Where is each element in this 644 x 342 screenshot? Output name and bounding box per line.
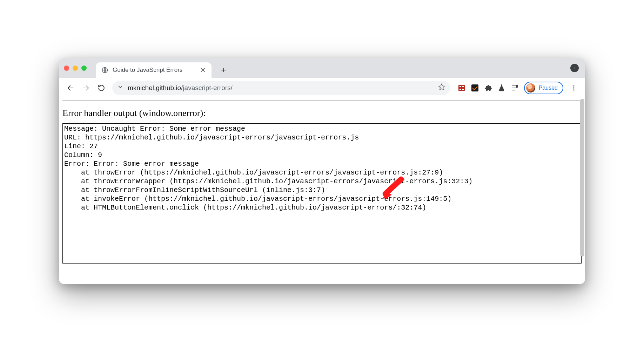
bookmark-button[interactable] bbox=[438, 83, 445, 93]
tab-title: Guide to JavaScript Errors bbox=[113, 67, 182, 74]
close-window-button[interactable] bbox=[64, 66, 69, 71]
extension-2-icon[interactable] bbox=[471, 84, 479, 92]
site-info-button[interactable] bbox=[117, 84, 123, 92]
active-tab[interactable]: Guide to JavaScript Errors ✕ bbox=[96, 62, 212, 78]
svg-rect-1 bbox=[458, 85, 465, 91]
svg-point-9 bbox=[573, 89, 574, 90]
back-button[interactable] bbox=[64, 81, 77, 95]
svg-rect-4 bbox=[459, 89, 461, 90]
tab-strip: Guide to JavaScript Errors ✕ + bbox=[59, 58, 585, 78]
toolbar: mknichel.github.io/javascript-errors/ bbox=[59, 78, 585, 98]
forward-button[interactable] bbox=[79, 81, 93, 95]
svg-rect-2 bbox=[459, 86, 461, 87]
divider bbox=[62, 100, 582, 101]
menu-button[interactable] bbox=[568, 82, 580, 94]
omnibox[interactable]: mknichel.github.io/javascript-errors/ bbox=[112, 81, 450, 95]
svg-rect-3 bbox=[462, 86, 464, 87]
scrollbar-thumb[interactable] bbox=[580, 99, 584, 256]
reload-button[interactable] bbox=[95, 81, 108, 95]
new-tab-button[interactable]: + bbox=[217, 64, 230, 76]
close-tab-button[interactable]: ✕ bbox=[200, 66, 206, 74]
extensions-puzzle-icon[interactable] bbox=[484, 84, 492, 92]
extension-icons bbox=[455, 84, 522, 92]
svg-point-7 bbox=[573, 85, 574, 86]
globe-icon bbox=[101, 67, 108, 74]
page-heading: Error handler output (window.onerror): bbox=[62, 108, 582, 118]
url-path: /javascript-errors/ bbox=[181, 84, 233, 91]
labs-flask-icon[interactable] bbox=[497, 84, 506, 92]
browser-window: Guide to JavaScript Errors ✕ + mknichel.… bbox=[59, 58, 585, 284]
url-host: mknichel.github.io bbox=[128, 84, 181, 91]
svg-point-8 bbox=[573, 87, 574, 88]
extension-1-icon[interactable] bbox=[457, 84, 466, 92]
vertical-scrollbar[interactable] bbox=[580, 99, 584, 283]
profile-label: Paused bbox=[539, 85, 558, 91]
profile-chip[interactable]: Paused bbox=[524, 82, 563, 94]
avatar bbox=[526, 83, 535, 93]
page-content: Error handler output (window.onerror): M… bbox=[59, 98, 585, 284]
tab-search-button[interactable] bbox=[570, 64, 579, 72]
window-controls bbox=[64, 58, 96, 78]
svg-rect-5 bbox=[462, 89, 464, 90]
minimize-window-button[interactable] bbox=[73, 66, 78, 71]
maximize-window-button[interactable] bbox=[81, 66, 87, 71]
reading-list-icon[interactable] bbox=[511, 84, 519, 92]
error-output-box: Message: Uncaught Error: Some error mess… bbox=[62, 123, 582, 264]
url-text: mknichel.github.io/javascript-errors/ bbox=[128, 84, 434, 92]
